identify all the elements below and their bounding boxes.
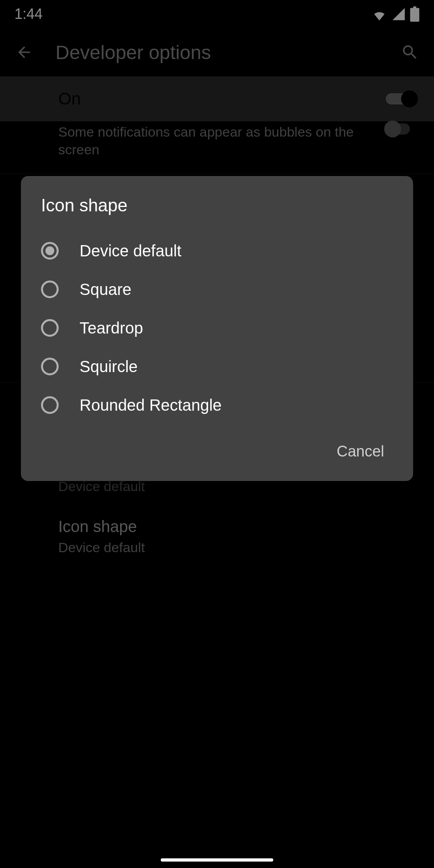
bubbles-toggle-switch[interactable] — [386, 121, 418, 137]
dialog-actions: Cancel — [21, 424, 413, 470]
navigation-bar — [0, 852, 434, 868]
radio-icon — [41, 242, 59, 260]
icon-shape-value: Device default — [58, 538, 402, 556]
radio-option-squircle[interactable]: Squircle — [21, 347, 413, 386]
radio-icon — [41, 396, 59, 414]
status-bar: 1:44 — [0, 0, 434, 28]
radio-icon — [41, 280, 59, 298]
svg-rect-0 — [411, 11, 418, 20]
master-toggle-label: On — [58, 89, 81, 108]
back-button[interactable] — [12, 40, 36, 64]
status-time: 1:44 — [14, 6, 43, 23]
search-icon — [401, 43, 419, 61]
icon-shape-dialog: Icon shape Device default Square Teardro… — [21, 176, 413, 481]
nav-pill[interactable] — [161, 858, 273, 862]
radio-option-teardrop[interactable]: Teardrop — [21, 309, 413, 347]
app-bar: Developer options — [0, 28, 434, 76]
cell-signal-icon — [391, 7, 406, 21]
bubbles-subtitle: Some notifications can appear as bubbles… — [58, 123, 370, 158]
radio-label: Device default — [80, 242, 181, 260]
status-icons — [371, 6, 420, 22]
bubbles-setting-row[interactable]: Some notifications can appear as bubbles… — [0, 121, 434, 174]
radio-option-rounded-rectangle[interactable]: Rounded Rectangle — [21, 386, 413, 424]
radio-option-square[interactable]: Square — [21, 270, 413, 309]
battery-icon — [410, 6, 420, 22]
dialog-title: Icon shape — [21, 195, 413, 215]
radio-label: Squircle — [80, 358, 138, 376]
cancel-button[interactable]: Cancel — [327, 436, 394, 467]
radio-icon — [41, 319, 59, 337]
master-toggle-switch[interactable] — [386, 91, 418, 106]
radio-label: Rounded Rectangle — [80, 396, 222, 414]
radio-label: Teardrop — [80, 319, 143, 337]
back-arrow-icon — [15, 43, 33, 61]
icon-shape-row[interactable]: Icon shape Device default — [0, 506, 434, 567]
icon-shape-title: Icon shape — [58, 516, 402, 537]
developer-options-master-toggle-row[interactable]: On — [0, 76, 434, 121]
search-button[interactable] — [398, 40, 422, 64]
radio-option-device-default[interactable]: Device default — [21, 231, 413, 270]
wifi-icon — [371, 8, 387, 20]
radio-icon — [41, 358, 59, 375]
page-title: Developer options — [55, 41, 398, 63]
radio-label: Square — [80, 280, 131, 299]
